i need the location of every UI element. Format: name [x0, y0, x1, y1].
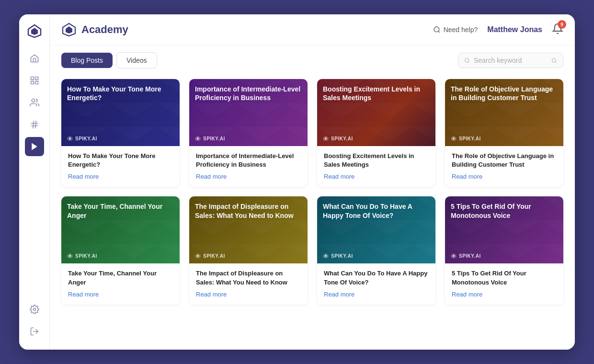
svg-line-21 — [555, 61, 556, 62]
sidebar-item-logout[interactable] — [25, 322, 44, 341]
sidebar-nav — [25, 49, 44, 300]
svg-rect-3 — [35, 77, 38, 80]
card-title: Take Your Time, Channel Your Anger — [68, 269, 173, 286]
svg-point-16 — [434, 27, 439, 32]
card-title: Boosting Excitement Levels in Sales Meet… — [324, 152, 429, 169]
cards-grid: How To Make Your Tone More Energetic? SP… — [61, 79, 563, 305]
main-content: Academy Need help? Matthew Jonas 9 — [50, 14, 575, 350]
card-logo-text: SPIKY.AI — [203, 253, 225, 259]
card-title: The Role of Objective Language in Buildi… — [452, 152, 557, 169]
card-read-more[interactable]: Read more — [68, 173, 173, 180]
sidebar-logo[interactable] — [26, 23, 43, 39]
card-item[interactable]: Take Your Time, Channel Your Anger SPIKY… — [61, 196, 180, 304]
search-icon — [433, 26, 441, 34]
app-logo-icon — [61, 22, 77, 37]
search-submit-icon[interactable] — [551, 57, 557, 64]
card-logo: SPIKY.AI — [195, 253, 225, 259]
card-title: What Can You Do To Have A Happy Tone Of … — [324, 269, 429, 286]
card-logo-icon — [451, 136, 457, 141]
card-thumbnail: Boosting Excitement Levels in Sales Meet… — [317, 79, 435, 146]
sidebar-item-play[interactable] — [25, 137, 44, 156]
header-logo-area: Academy — [61, 22, 128, 37]
search-input-icon — [464, 57, 470, 64]
card-logo-icon — [195, 253, 201, 259]
svg-line-10 — [35, 121, 36, 128]
card-item[interactable]: Importance of Intermediate-Level Profici… — [189, 79, 308, 187]
card-thumbnail-title: Importance of Intermediate-Level Profici… — [195, 85, 302, 102]
tab-blog-posts[interactable]: Blog Posts — [61, 53, 113, 68]
card-body: Take Your Time, Channel Your Anger Read … — [61, 263, 180, 304]
card-thumbnail: How To Make Your Tone More Energetic? SP… — [61, 79, 180, 146]
header: Academy Need help? Matthew Jonas 9 — [50, 14, 575, 46]
card-read-more[interactable]: Read more — [196, 173, 301, 180]
search-input[interactable] — [474, 57, 548, 64]
card-logo-text: SPIKY.AI — [75, 253, 97, 259]
card-logo: SPIKY.AI — [451, 136, 481, 141]
card-thumbnail: Take Your Time, Channel Your Anger SPIKY… — [61, 196, 180, 263]
card-item[interactable]: How To Make Your Tone More Energetic? SP… — [61, 79, 180, 187]
sidebar-item-hash[interactable] — [25, 115, 44, 134]
card-read-more[interactable]: Read more — [452, 291, 557, 298]
svg-marker-15 — [66, 26, 72, 34]
svg-point-20 — [552, 58, 556, 62]
card-item[interactable]: 5 Tips To Get Rid Of Your Monotonous Voi… — [445, 196, 563, 304]
notification-button[interactable]: 9 — [552, 23, 563, 36]
card-logo-icon — [67, 136, 73, 141]
card-logo: SPIKY.AI — [451, 253, 481, 259]
sidebar — [19, 14, 50, 350]
sidebar-item-settings[interactable] — [25, 300, 44, 319]
card-read-more[interactable]: Read more — [68, 291, 173, 298]
card-thumbnail-title: The Impact of Displeasure on Sales: What… — [195, 202, 302, 219]
tab-videos[interactable]: Videos — [116, 52, 157, 68]
svg-line-19 — [468, 61, 469, 62]
card-item[interactable]: The Role of Objective Language in Buildi… — [445, 79, 563, 187]
sidebar-item-home[interactable] — [25, 49, 44, 68]
card-logo-icon — [323, 136, 329, 141]
card-body: Importance of Intermediate-Level Profici… — [189, 146, 308, 187]
card-body: Boosting Excitement Levels in Sales Meet… — [317, 146, 435, 187]
card-item[interactable]: The Impact of Displeasure on Sales: What… — [189, 196, 308, 304]
card-thumbnail-title: Take Your Time, Channel Your Anger — [67, 202, 174, 219]
card-logo-icon — [195, 136, 201, 141]
app-frame: Academy Need help? Matthew Jonas 9 — [19, 14, 575, 350]
search-wrapper — [458, 53, 563, 68]
card-read-more[interactable]: Read more — [324, 173, 429, 180]
card-body: What Can You Do To Have A Happy Tone Of … — [317, 263, 435, 304]
svg-rect-2 — [31, 77, 34, 80]
sidebar-item-users[interactable] — [25, 93, 44, 112]
card-logo-icon — [451, 253, 457, 259]
card-logo-text: SPIKY.AI — [331, 136, 353, 141]
card-logo: SPIKY.AI — [323, 253, 353, 259]
card-logo-text: SPIKY.AI — [459, 253, 481, 259]
card-body: The Role of Objective Language in Buildi… — [445, 146, 563, 187]
card-thumbnail-title: Boosting Excitement Levels in Sales Meet… — [323, 85, 430, 102]
svg-marker-31 — [69, 255, 71, 257]
card-item[interactable]: Boosting Excitement Levels in Sales Meet… — [317, 79, 435, 187]
cards-content: How To Make Your Tone More Energetic? SP… — [50, 75, 575, 350]
notification-badge: 9 — [558, 20, 566, 29]
sidebar-item-grid[interactable] — [25, 71, 44, 90]
need-help-button[interactable]: Need help? — [433, 26, 478, 34]
app-title: Academy — [81, 23, 128, 36]
card-thumbnail: 5 Tips To Get Rid Of Your Monotonous Voi… — [445, 196, 563, 263]
svg-rect-5 — [35, 81, 38, 84]
card-read-more[interactable]: Read more — [324, 291, 429, 298]
card-read-more[interactable]: Read more — [452, 173, 557, 180]
svg-point-18 — [465, 58, 468, 62]
card-read-more[interactable]: Read more — [196, 291, 301, 298]
card-logo: SPIKY.AI — [323, 136, 353, 141]
svg-marker-37 — [453, 255, 455, 257]
svg-marker-25 — [197, 137, 199, 140]
card-body: The Impact of Displeasure on Sales: What… — [189, 263, 308, 304]
user-name[interactable]: Matthew Jonas — [487, 25, 542, 34]
card-thumbnail-title: 5 Tips To Get Rid Of Your Monotonous Voi… — [451, 202, 558, 219]
card-logo-text: SPIKY.AI — [459, 136, 481, 141]
card-item[interactable]: What Can You Do To Have A Happy Tone Of … — [317, 196, 435, 304]
svg-line-9 — [33, 121, 34, 128]
card-logo-text: SPIKY.AI — [331, 253, 353, 259]
card-thumbnail-title: The Role of Objective Language in Buildi… — [451, 85, 558, 102]
card-title: 5 Tips To Get Rid Of Your Monotonous Voi… — [452, 269, 557, 286]
svg-point-6 — [32, 99, 35, 102]
card-thumbnail: What Can You Do To Have A Happy Tone Of … — [317, 196, 435, 263]
svg-marker-27 — [325, 137, 327, 140]
